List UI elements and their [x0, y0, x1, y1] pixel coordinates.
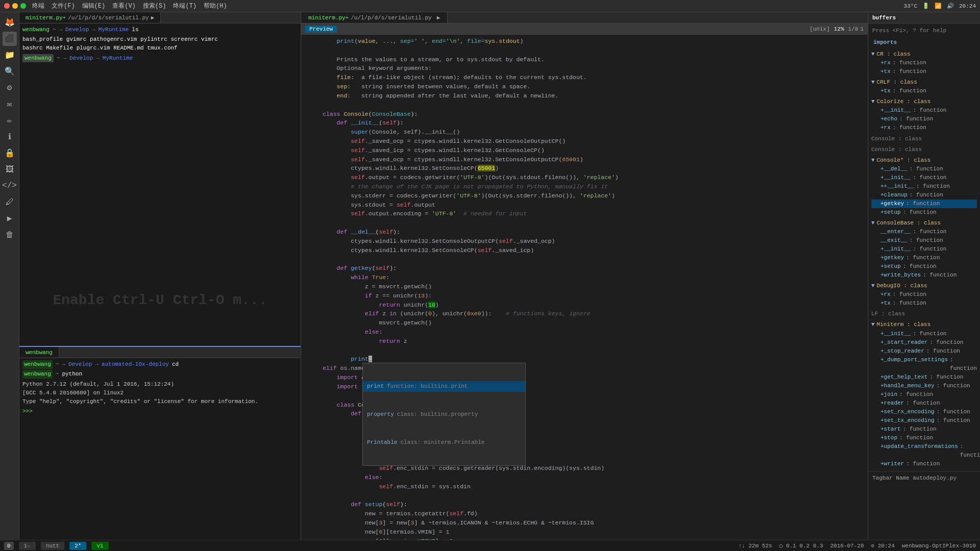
- status-tab-0[interactable]: 0: [4, 542, 14, 550]
- autocomplete-popup[interactable]: print function: builtins.print property …: [362, 363, 526, 466]
- tagbar-title: buffers: [872, 15, 896, 21]
- menu-bar: 终端 文件(F) 编辑(E) 查看(V) 搜索(S) 终端(T) 帮助(H): [32, 2, 227, 10]
- tagbar-section-crlf-header[interactable]: ▼ CRLF : class: [871, 78, 977, 87]
- code-line: self.output = codecs.getwriter('UTF-8')(…: [301, 173, 868, 182]
- sidebar-icon-image[interactable]: 🖼: [3, 162, 17, 177]
- code-line: def getkey(self):: [301, 264, 868, 273]
- close-button[interactable]: [4, 3, 10, 9]
- sidebar-icon-firefox[interactable]: 🦊: [3, 15, 17, 30]
- minimize-button[interactable]: [12, 3, 18, 9]
- tagbar-section-colorize-header[interactable]: ▼ Colorize : class: [871, 97, 977, 106]
- tag-item-cstar-del: +__del__ : function: [871, 165, 977, 173]
- tagbar-section-console1-header[interactable]: Console : class: [871, 135, 977, 143]
- sidebar-icon-trash[interactable]: 🗑: [3, 228, 17, 242]
- sidebar-icon-terminal[interactable]: ⬛: [3, 32, 17, 46]
- tagbar-section-debugio: ▼ DebugIO : class +rx : function +tx : f…: [868, 281, 980, 309]
- tag-item-cstar-init2: ++__init__ : function: [871, 182, 977, 191]
- status-tab-2[interactable]: 2*: [69, 542, 86, 550]
- sidebar-icon-lock[interactable]: 🔒: [3, 146, 17, 160]
- left-sidebar: 🦊 ⬛ 📁 🔍 ⚙ ✉ ✏ ℹ 🔒 🖼 </> 🖊 ▶ 🗑: [0, 12, 19, 540]
- temperature-display: 33°C: [904, 3, 917, 9]
- battery-icon: 🔋: [922, 3, 929, 9]
- tag-item-colorize-rx: +rx : function: [871, 123, 977, 132]
- code-line: [301, 101, 868, 110]
- sidebar-icon-files[interactable]: 📁: [3, 48, 17, 62]
- menu-terminal[interactable]: 终端: [32, 2, 44, 10]
- python-prompt[interactable]: >>>: [22, 407, 298, 416]
- code-line: def __init__(self):: [301, 118, 868, 128]
- tagbar-section-miniterm-header[interactable]: ▼ Miniterm : class: [871, 320, 977, 329]
- python-output-line2: [GCC 5.4.0 20160609] on linux2: [22, 389, 298, 397]
- tag-item-mt-get-help: +get_help_text : function: [871, 373, 977, 382]
- status-col: 1: [860, 26, 864, 32]
- sidebar-icon-mail[interactable]: ✉: [3, 97, 17, 111]
- sidebar-icon-info[interactable]: ℹ: [3, 130, 17, 144]
- status-tab-nutt[interactable]: nutt: [41, 542, 64, 550]
- terminal-top-content: wenbwang ~ → Develop → MyRuntime ls bash…: [19, 23, 301, 254]
- file-pathogenrc: pathogenrc.vim: [90, 36, 137, 42]
- overlay-area: Enable Ctrl-U Ctrl-O m...: [19, 254, 301, 346]
- file-bash-profile: bash_profile: [22, 36, 63, 42]
- tag-item-colorize-echo: +echo : function: [871, 115, 977, 123]
- sidebar-icon-media[interactable]: ▶: [3, 211, 17, 226]
- sidebar-icon-gear[interactable]: ⚙: [3, 81, 17, 95]
- tagbar-section-debugio-header[interactable]: ▼ DebugIO : class: [871, 282, 977, 290]
- code-line: return unichr(10): [301, 300, 868, 310]
- status-time: ⊙ 20:24: [871, 542, 895, 549]
- sidebar-icon-code[interactable]: </>: [3, 179, 17, 193]
- code-line: new[3] = new[3] & ~termios.ICANON & ~ter…: [301, 518, 868, 528]
- bottom-prompt2: wenbwang: [22, 370, 53, 379]
- main-layout: 🦊 ⬛ 📁 🔍 ⚙ ✉ ✏ ℹ 🔒 🖼 </> 🖊 ▶ 🗑 miniterm.p…: [0, 12, 980, 540]
- autocomplete-item-print[interactable]: print function: builtins.print: [363, 381, 525, 392]
- sidebar-icon-search[interactable]: 🔍: [3, 64, 17, 79]
- code-line: file: a file-like object (stream); defau…: [301, 73, 868, 82]
- sidebar-icon-edit[interactable]: ✏: [3, 113, 17, 128]
- code-scroll[interactable]: print(value, ..., sep=' ', end='\n', fil…: [301, 35, 868, 540]
- tab-miniterm[interactable]: miniterm.py+ /u/l/p/d/s/serialutil.py ▶: [301, 12, 448, 23]
- tag-item-dio-tx: +tx : function: [871, 299, 977, 308]
- code-line: if z == unichr(13):: [301, 291, 868, 300]
- tag-item-mt-start: +start : function: [871, 425, 977, 434]
- code-line: elif z in (unichr(0), unichr(0xe0)): # f…: [301, 309, 868, 318]
- tag-item-mt-handle-menu: +handle_menu_key : function: [871, 382, 977, 390]
- tagbar-section-miniterm: ▼ Miniterm : class +__init__ : function …: [868, 319, 980, 469]
- maximize-button[interactable]: [20, 3, 26, 9]
- menu-view[interactable]: 查看(V): [112, 2, 136, 10]
- tab-terminal-bottom[interactable]: wenbwang: [19, 347, 59, 358]
- tagbar-section-lf-header[interactable]: LF : class: [871, 310, 977, 318]
- code-line: def setup(self):: [301, 500, 868, 509]
- tag-class-consolebase: ConsoleBase : class: [877, 219, 941, 228]
- autocomplete-item-printable[interactable]: Printable class: miniterm.Printable: [363, 437, 525, 448]
- tab-miniterm-top[interactable]: miniterm.py+ /u/l/p/d/s/serialutil.py ▶: [19, 12, 161, 23]
- right-sidebar: buffers Press <F1>, ? for help imports ▼…: [868, 12, 980, 540]
- autocomplete-item-property[interactable]: property class: builtins.property: [363, 409, 525, 420]
- sidebar-icon-pen[interactable]: 🖊: [3, 195, 17, 209]
- menu-help[interactable]: 帮助(H): [204, 2, 227, 10]
- status-position: 1/8: [848, 26, 859, 32]
- tagbar-section-consolebase-header[interactable]: ▼ ConsoleBase : class: [871, 219, 977, 228]
- terminal-prompt-user: wenbwang: [22, 26, 50, 34]
- menu-terminal2[interactable]: 终端(T): [173, 2, 197, 10]
- tagbar-imports: imports: [868, 36, 980, 49]
- code-line: while True:: [301, 273, 868, 282]
- bottom-cmd2: python: [62, 370, 82, 379]
- bottom-cmd1: cd: [172, 360, 179, 369]
- code-line: self._saved_ocp = ctypes.windll.kernel32…: [301, 137, 868, 146]
- code-line: self._saved_ocp = ctypes.windll.kernel32…: [301, 155, 868, 164]
- tag-item-cstar-cleanup: +cleanup : function: [871, 191, 977, 199]
- code-line: new[6][termios.VMIN] = 1: [301, 528, 868, 537]
- status-tab-v1[interactable]: v1: [91, 542, 108, 550]
- status-tab-1[interactable]: 1-: [19, 542, 36, 550]
- code-line: def __del__(self):: [301, 228, 868, 237]
- preview-tab[interactable]: Preview: [305, 26, 337, 33]
- tagbar-section-cr-header[interactable]: ▼ CR : class: [871, 50, 977, 59]
- tagbar-section-console2-header[interactable]: Console : class: [871, 145, 977, 154]
- menu-search[interactable]: 搜索(S): [143, 2, 166, 10]
- menu-edit[interactable]: 编辑(E): [82, 2, 106, 10]
- menu-file[interactable]: 文件(F): [52, 2, 75, 10]
- tagbar-section-console-star-header[interactable]: ▼ Console* : class: [871, 156, 977, 165]
- python-output-line1: Python 2.7.12 (default, Jul 1 2016, 15:1…: [22, 380, 298, 389]
- tag-class-debugio: DebugIO : class: [877, 282, 927, 290]
- file-tmux: tmux.conf: [147, 45, 177, 51]
- file-readme: README.md: [113, 45, 143, 51]
